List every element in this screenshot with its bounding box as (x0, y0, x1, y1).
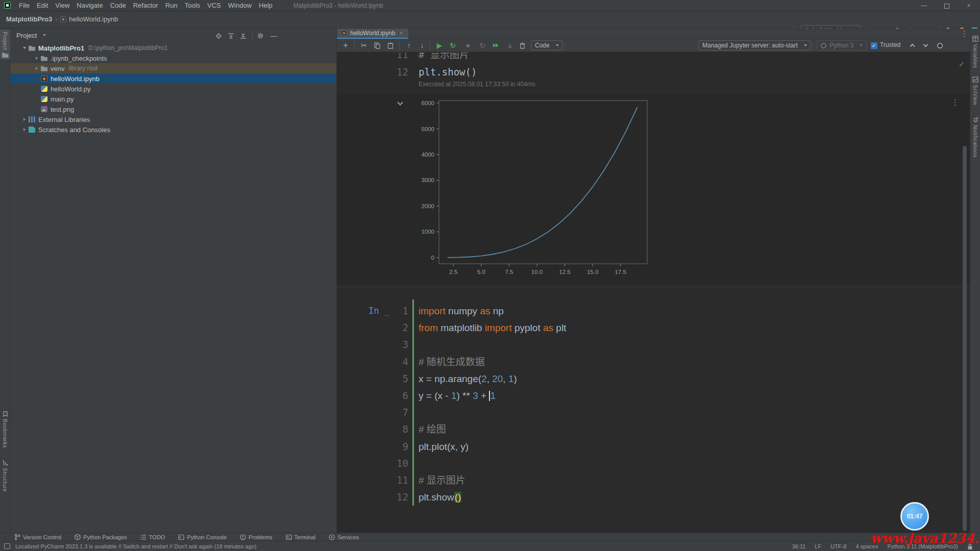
code-line-3[interactable]: 3 (337, 336, 970, 353)
copy-cell-button[interactable] (372, 40, 383, 51)
tool-window-button-problems[interactable]: Problems (240, 533, 272, 541)
project-panel-title-button[interactable]: Project (16, 32, 46, 39)
menu-code[interactable]: Code (107, 0, 130, 11)
encoding[interactable]: UTF-8 (830, 541, 846, 551)
add-cell-button[interactable]: + (340, 40, 351, 51)
menu-run[interactable]: Run (162, 0, 181, 11)
tree-item-helloworld-py[interactable]: helloWorld.py (10, 84, 336, 94)
code-line-5[interactable]: 5x = np.arange(2, 20, 1) (337, 370, 970, 387)
cut-cell-button[interactable]: ✂ (358, 40, 370, 51)
scroll-to-next-cell-button[interactable] (920, 40, 931, 51)
scroll-to-previous-cell-button[interactable] (906, 40, 918, 51)
run-cell-button[interactable]: ▶ (434, 40, 445, 51)
tool-window-button-todo[interactable]: TODO (140, 533, 165, 541)
chevron-right-icon[interactable] (21, 124, 29, 135)
notebook-content[interactable]: 11 # 显示图片 12 plt.show() Executed at 2025… (337, 53, 970, 533)
select-opened-file-button[interactable] (214, 32, 223, 40)
tab-options-kebab-icon[interactable]: ⋮ (961, 30, 968, 37)
tab-helloworld-ipynb[interactable]: helloWorld.ipynb × (337, 29, 408, 39)
tool-window-button-project[interactable]: Project (0, 30, 10, 60)
menu-tools[interactable]: Tools (181, 0, 204, 11)
tool-window-button-sciview[interactable]: SciView (970, 74, 980, 108)
code-line-10[interactable]: 10 (337, 455, 970, 472)
tree-item-main-py[interactable]: main.py (10, 94, 336, 104)
jupyter-server-select[interactable]: Managed Jupyter server: auto-start (698, 40, 811, 51)
paste-cell-button[interactable] (385, 40, 396, 51)
tool-window-button-version-control[interactable]: Version Control (14, 533, 61, 541)
folder-icon (41, 66, 47, 71)
line-ending[interactable]: LF (815, 541, 821, 551)
menu-navigate[interactable]: Navigate (73, 0, 106, 11)
menu-help[interactable]: Help (255, 0, 276, 11)
output-options-kebab-icon[interactable]: ⋮ (951, 98, 959, 106)
services-icon (329, 534, 335, 540)
tool-window-button-bookmarks[interactable]: Bookmarks (0, 409, 10, 450)
tree-item-label: venv (51, 65, 64, 72)
tree-item-ipynb-checkpoints[interactable]: .ipynb_checkpoints (10, 53, 336, 63)
tool-window-button-notifications[interactable]: Notifications (970, 114, 980, 160)
menu-refactor[interactable]: Refactor (130, 0, 162, 11)
minimize-button[interactable]: — (913, 0, 935, 11)
restore-button[interactable] (935, 0, 958, 11)
tree-item-matplotlibpro1[interactable]: MatplotlibPro1D:\python_pro\MatplotlibPr… (10, 43, 336, 53)
hide-panel-button[interactable]: — (270, 32, 278, 40)
tree-item-test-png[interactable]: test.png (10, 104, 336, 114)
folder-icon (2, 52, 9, 58)
restart-kernel-button[interactable]: ↻ (447, 40, 458, 51)
code-line-2[interactable]: 2from matplotlib import pyplot as plt (337, 319, 970, 336)
tree-item-helloworld-ipynb[interactable]: helloWorld.ipynb (10, 73, 336, 84)
image-icon (41, 106, 47, 112)
tree-item-label: helloWorld.ipynb (51, 75, 100, 83)
tool-window-button-python-packages[interactable]: Python Packages (75, 533, 127, 541)
menu-edit[interactable]: Edit (33, 0, 52, 11)
menu-vcs[interactable]: VCS (204, 0, 225, 11)
status-message[interactable]: Localized PyCharm 2023.1.3 is available … (15, 541, 256, 551)
close-button[interactable]: × (958, 0, 980, 11)
code-line-12-prev[interactable]: 12 plt.show() (337, 64, 970, 81)
interrupt-kernel-button[interactable]: ■ (462, 40, 474, 51)
notebook-settings-button[interactable] (934, 40, 945, 51)
tool-window-button-services[interactable]: Services (329, 533, 359, 541)
chevron-down-icon[interactable] (21, 43, 29, 53)
tool-window-button-terminal[interactable]: Terminal (286, 533, 316, 541)
tool-window-button-structure[interactable]: Structure (0, 458, 10, 494)
code-line-6[interactable]: 6y = (x - 1) ** 3 + 1 (337, 387, 970, 404)
chevron-right-icon[interactable] (34, 53, 41, 63)
move-cell-down-button[interactable]: ↓ (416, 40, 428, 51)
rerun-button[interactable]: ↻ (477, 40, 488, 51)
project-settings-button[interactable] (256, 32, 264, 40)
clear-outputs-button[interactable]: ▲ (504, 40, 516, 51)
move-cell-up-button[interactable]: ↑ (403, 40, 414, 51)
code-line-1[interactable]: 1import numpy as np (337, 303, 970, 319)
code-line-4[interactable]: 4# 随机生成数据 (337, 354, 970, 370)
tree-item-scratches-and-consoles[interactable]: Scratches and Consoles (10, 124, 336, 135)
event-log-icon[interactable] (4, 543, 10, 549)
run-all-cells-button[interactable] (490, 40, 501, 51)
kernel-select[interactable]: Python 3 (817, 40, 867, 51)
delete-cell-button[interactable] (517, 40, 528, 51)
cell-type-select[interactable]: Code (531, 40, 563, 51)
tool-window-label: Python Packages (83, 533, 127, 541)
collapse-all-button[interactable] (227, 32, 235, 40)
tool-window-button-python-console[interactable]: Python Console (178, 533, 227, 541)
tree-item-venv[interactable]: venvlibrary root (10, 63, 336, 73)
chevron-right-icon[interactable] (21, 114, 29, 124)
breadcrumb-file[interactable]: helloWorld.ipynb (69, 15, 118, 23)
tree-item-external-libraries[interactable]: External Libraries (10, 114, 336, 124)
menu-window[interactable]: Window (225, 0, 255, 11)
code-line-9[interactable]: 9plt.plot(x, y) (337, 438, 970, 455)
code-line-12[interactable]: 12plt.show() (337, 489, 970, 506)
tool-window-button-variables[interactable]: Variables (970, 34, 980, 70)
trusted-checkbox[interactable]: ✓ (870, 40, 878, 51)
editor-scrollbar[interactable] (963, 146, 967, 531)
code-line-11[interactable]: 11# 显示图片 (337, 472, 970, 489)
code-line-7[interactable]: 7 (337, 404, 970, 421)
close-tab-icon[interactable]: × (400, 30, 403, 37)
chevron-right-icon[interactable] (34, 63, 41, 73)
breadcrumb-project[interactable]: MatplotlibPro3 (6, 15, 52, 23)
menu-file[interactable]: File (15, 0, 33, 11)
menu-view[interactable]: View (52, 0, 73, 11)
caret-position[interactable]: 36:11 (792, 541, 806, 551)
expand-all-button[interactable] (239, 32, 247, 40)
code-line-8[interactable]: 8# 绘图 (337, 421, 970, 438)
